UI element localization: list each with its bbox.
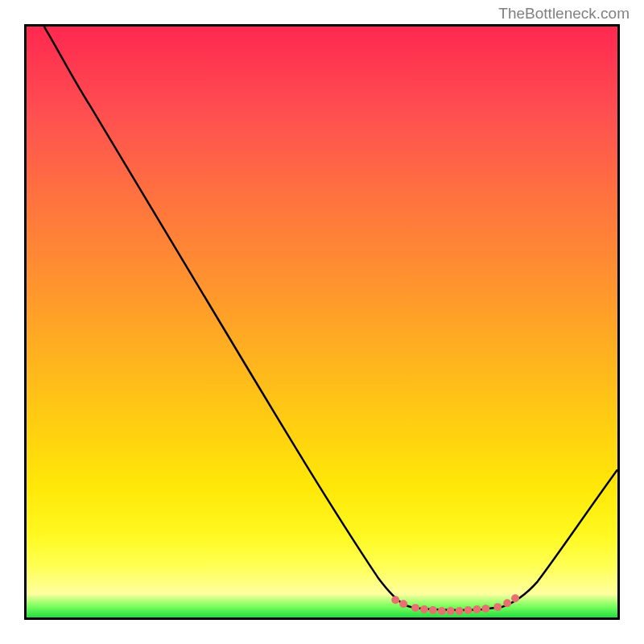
- svg-point-4: [429, 606, 437, 614]
- svg-point-13: [511, 594, 519, 602]
- chart-area: [24, 24, 620, 620]
- svg-point-11: [493, 603, 502, 611]
- main-curve: [44, 27, 617, 610]
- svg-point-2: [411, 604, 419, 612]
- watermark-text: TheBottleneck.com: [498, 5, 630, 23]
- svg-point-1: [399, 600, 407, 608]
- svg-point-6: [447, 607, 455, 615]
- svg-point-9: [473, 605, 481, 613]
- svg-point-12: [503, 599, 511, 607]
- highlight-dots: [391, 594, 519, 615]
- svg-point-10: [481, 605, 489, 613]
- svg-point-3: [420, 605, 428, 613]
- svg-point-5: [438, 607, 446, 615]
- svg-point-8: [464, 606, 473, 614]
- svg-point-7: [456, 607, 464, 615]
- svg-point-0: [391, 596, 399, 604]
- chart-svg: [27, 27, 617, 617]
